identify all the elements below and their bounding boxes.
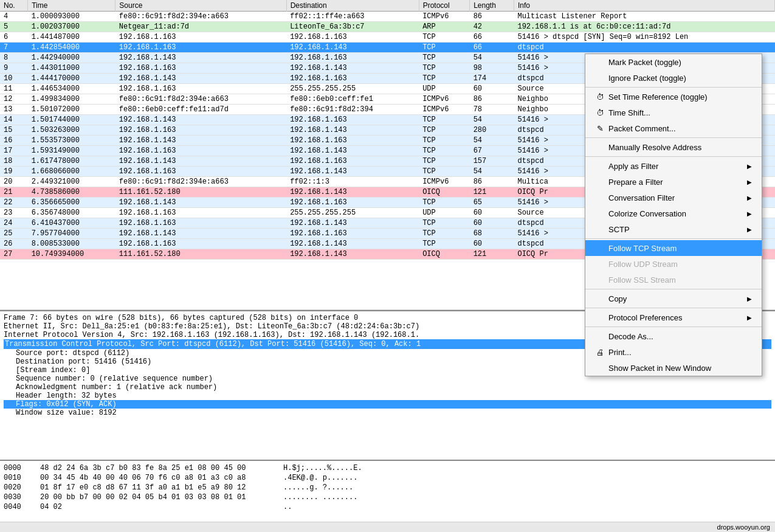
menu-item-label: Ignore Packet (toggle) xyxy=(608,74,686,83)
menu-item-label: Follow UDP Stream xyxy=(608,260,678,269)
menu-item[interactable]: Colorize Conversation▶ xyxy=(585,206,762,221)
cell-src: 192.168.1.143 xyxy=(115,74,286,84)
cell-len: 60 xyxy=(470,84,514,94)
hex-offset: 0020 xyxy=(4,483,28,492)
menu-icon-spacer xyxy=(595,275,605,285)
menu-icon-spacer xyxy=(595,142,605,152)
hex-bytes: 20 00 bb b7 00 00 02 04 05 b4 01 03 03 0… xyxy=(40,493,271,502)
cell-len: 60 xyxy=(470,239,514,249)
cell-len: 66 xyxy=(470,43,514,53)
cell-time: 1.503263000 xyxy=(28,125,115,136)
status-bar: drops.wooyun.org xyxy=(0,522,775,532)
cell-no: 21 xyxy=(0,187,28,198)
cell-proto: TCP xyxy=(419,218,470,229)
cell-proto: TCP xyxy=(419,136,470,146)
menu-item[interactable]: Ignore Packet (toggle) xyxy=(585,70,762,86)
cell-dst: 192.168.1.163 xyxy=(286,229,419,239)
menu-item[interactable]: Decode As... xyxy=(585,328,762,344)
cell-dst: 192.168.1.143 xyxy=(286,43,419,53)
cell-proto: ARP xyxy=(419,22,470,32)
cell-proto: TCP xyxy=(419,115,470,125)
cell-len: 60 xyxy=(470,218,514,229)
menu-item[interactable]: Show Packet in New Window xyxy=(585,360,762,376)
cell-len: 54 xyxy=(470,115,514,125)
menu-item[interactable]: Mark Packet (toggle) xyxy=(585,54,762,70)
detail-line: Acknowledgment number: 1 (relative ack n… xyxy=(4,383,771,392)
cell-proto: ICMPv6 xyxy=(419,94,470,105)
menu-icon-spacer xyxy=(595,57,605,67)
cell-dst: ff02::1:3 xyxy=(286,177,419,187)
menu-item[interactable]: Conversation Filter▶ xyxy=(585,190,762,206)
menu-item[interactable]: SCTP▶ xyxy=(585,221,762,237)
menu-item-label: SCTP xyxy=(608,225,630,234)
cell-no: 20 xyxy=(0,177,28,187)
cell-src: fe80::6c91:f8d2:394e:a663 xyxy=(115,12,286,22)
menu-item[interactable]: ⏱Time Shift... xyxy=(585,105,762,120)
cell-no: 6 xyxy=(0,32,28,43)
menu-item[interactable]: 🖨Print... xyxy=(585,344,762,360)
cell-no: 24 xyxy=(0,218,28,229)
cell-proto: TCP xyxy=(419,239,470,249)
col-info: Info xyxy=(514,0,774,12)
menu-item-label: Packet Comment... xyxy=(608,124,676,133)
cell-time: 4.738586000 xyxy=(28,187,115,198)
cell-dst: LiteonTe_6a:3b:c7 xyxy=(286,22,419,32)
menu-item[interactable]: Follow TCP Stream xyxy=(585,240,762,256)
menu-item[interactable]: Protocol Preferences▶ xyxy=(585,309,762,325)
cell-dst: 192.168.1.143 xyxy=(286,125,419,136)
menu-icon-spacer xyxy=(595,243,605,253)
cell-len: 54 xyxy=(470,136,514,146)
cell-time: 10.749394000 xyxy=(28,249,115,260)
cell-src: 111.161.52.180 xyxy=(115,187,286,198)
cell-proto: OICQ xyxy=(419,187,470,198)
cell-proto: TCP xyxy=(419,53,470,63)
cell-time: 2.449321000 xyxy=(28,177,115,187)
cell-no: 23 xyxy=(0,208,28,218)
table-row[interactable]: 4 1.000093000 fe80::6c91:f8d2:394e:a663 … xyxy=(0,12,775,22)
menu-item[interactable]: Prepare a Filter▶ xyxy=(585,174,762,190)
context-menu[interactable]: Mark Packet (toggle)Ignore Packet (toggl… xyxy=(585,54,762,376)
cell-len: 60 xyxy=(470,208,514,218)
cell-proto: TCP xyxy=(419,156,470,167)
menu-separator xyxy=(585,238,762,239)
cell-len: 174 xyxy=(470,74,514,84)
menu-item[interactable]: Manually Resolve Address xyxy=(585,139,762,155)
cell-time: 1.499834000 xyxy=(28,94,115,105)
cell-dst: 192.168.1.143 xyxy=(286,187,419,198)
menu-icon-spacer xyxy=(595,294,605,303)
menu-icon-spacer xyxy=(595,313,605,322)
cell-time: 1.442940000 xyxy=(28,53,115,63)
cell-time: 1.446534000 xyxy=(28,84,115,94)
cell-proto: TCP xyxy=(419,229,470,239)
cell-proto: ICMPv6 xyxy=(419,105,470,115)
cell-len: 68 xyxy=(470,229,514,239)
cell-no: 16 xyxy=(0,136,28,146)
cell-proto: TCP xyxy=(419,198,470,208)
table-row[interactable]: 6 1.441487000 192.168.1.163 192.168.1.16… xyxy=(0,32,775,43)
hex-row: 0040 04 02 .. xyxy=(4,502,771,512)
col-destination: Destination xyxy=(286,0,419,12)
menu-icon-spacer xyxy=(595,363,605,373)
cell-dst: ff02::1:ff4e:a663 xyxy=(286,12,419,22)
cell-len: 86 xyxy=(470,94,514,105)
menu-item[interactable]: ✎Packet Comment... xyxy=(585,120,762,136)
menu-item-label: Print... xyxy=(608,348,632,357)
cell-time: 1.443011000 xyxy=(28,63,115,74)
cell-info: 51416 > dtspcd [SYN] Seq=0 win=8192 Len xyxy=(514,32,774,43)
table-row[interactable]: 7 1.442854000 192.168.1.163 192.168.1.14… xyxy=(0,43,775,53)
hex-ascii: .4EK@.@. p....... xyxy=(283,474,357,482)
cell-dst: 192.168.1.143 xyxy=(286,239,419,249)
menu-icon-spacer xyxy=(595,161,605,171)
menu-item[interactable]: Copy▶ xyxy=(585,291,762,306)
table-row[interactable]: 5 1.002037000 Netgear_11:ad:7d LiteonTe_… xyxy=(0,22,775,32)
hex-row: 0000 48 d2 24 6a 3b c7 b0 83 fe 8a 25 e1… xyxy=(4,463,771,473)
menu-item[interactable]: Apply as Filter▶ xyxy=(585,158,762,174)
hex-row: 0010 00 34 45 4b 40 00 40 06 70 f6 c0 a8… xyxy=(4,473,771,483)
menu-item-label: Colorize Conversation xyxy=(608,209,686,218)
cell-no: 17 xyxy=(0,146,28,156)
menu-item[interactable]: ⏱Set Time Reference (toggle) xyxy=(585,89,762,105)
cell-len: 121 xyxy=(470,249,514,260)
cell-no: 26 xyxy=(0,239,28,249)
cell-no: 18 xyxy=(0,156,28,167)
cell-info: 192.168.1.1 is at 6c:b0:ce:11:ad:7d xyxy=(514,22,774,32)
